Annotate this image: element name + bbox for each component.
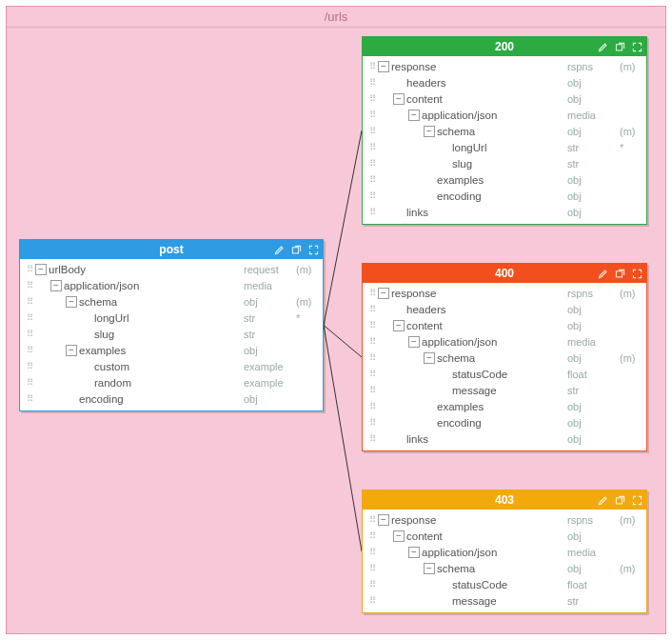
drag-grip-icon[interactable]: ⠿ — [366, 62, 378, 71]
drag-grip-icon[interactable]: ⠿ — [24, 297, 35, 307]
drag-grip-icon[interactable]: ⠿ — [366, 127, 378, 136]
schema-row[interactable]: ⠿examplesobj — [366, 398, 642, 414]
collapse-toggle[interactable]: − — [424, 352, 435, 364]
new-window-icon[interactable] — [614, 494, 625, 506]
schema-row[interactable]: ⠿encodingobj — [366, 188, 642, 204]
schema-row[interactable]: ⠿−responserspns(m) — [366, 58, 642, 74]
drag-grip-icon[interactable]: ⠿ — [366, 191, 378, 201]
schema-row[interactable]: ⠿−contentobj — [366, 317, 642, 333]
drag-grip-icon[interactable]: ⠿ — [366, 402, 378, 411]
drag-grip-icon[interactable]: ⠿ — [366, 321, 378, 330]
node-header[interactable]: 200 — [363, 37, 646, 56]
schema-row[interactable]: ⠿customexample — [24, 358, 319, 374]
collapse-toggle[interactable]: − — [408, 547, 420, 558]
drag-grip-icon[interactable]: ⠿ — [24, 346, 35, 355]
schema-row[interactable]: ⠿linksobj — [366, 430, 642, 447]
collapse-toggle[interactable]: − — [393, 320, 405, 331]
drag-grip-icon[interactable]: ⠿ — [366, 434, 378, 444]
schema-row[interactable]: ⠿−application/jsonmedia — [366, 333, 642, 350]
schema-row[interactable]: ⠿slugstr — [24, 326, 319, 342]
collapse-toggle[interactable]: − — [378, 514, 389, 526]
drag-grip-icon[interactable]: ⠿ — [366, 78, 378, 88]
new-window-icon[interactable] — [290, 244, 302, 255]
schema-row[interactable]: ⠿headersobj — [366, 301, 642, 317]
schema-row[interactable]: ⠿−responserspns(m) — [366, 511, 642, 528]
drag-grip-icon[interactable]: ⠿ — [24, 394, 35, 404]
drag-grip-icon[interactable]: ⠿ — [366, 580, 378, 590]
collapse-toggle[interactable]: − — [424, 563, 435, 574]
collapse-toggle[interactable]: − — [393, 93, 405, 105]
expand-icon[interactable] — [631, 494, 642, 506]
drag-grip-icon[interactable]: ⠿ — [366, 94, 378, 104]
drag-grip-icon[interactable]: ⠿ — [366, 110, 378, 120]
node-post[interactable]: post⠿−urlBodyrequest(m)⠿−application/jso… — [19, 239, 324, 411]
pencil-icon[interactable] — [273, 244, 285, 255]
new-window-icon[interactable] — [614, 268, 625, 279]
collapse-toggle[interactable]: − — [66, 296, 77, 308]
drag-grip-icon[interactable]: ⠿ — [366, 143, 378, 152]
schema-row[interactable]: ⠿encodingobj — [366, 414, 642, 430]
schema-row[interactable]: ⠿examplesobj — [366, 171, 642, 188]
drag-grip-icon[interactable]: ⠿ — [366, 596, 378, 606]
node-header[interactable]: 403 — [363, 490, 646, 510]
drag-grip-icon[interactable]: ⠿ — [366, 305, 378, 314]
schema-row[interactable]: ⠿headersobj — [366, 74, 642, 90]
schema-row[interactable]: ⠿messagestr — [366, 382, 642, 398]
collapse-toggle[interactable]: − — [378, 288, 389, 299]
schema-row[interactable]: ⠿randomexample — [24, 374, 319, 390]
node-c403[interactable]: 403⠿−responserspns(m)⠿−contentobj⠿−appli… — [362, 490, 647, 613]
schema-row[interactable]: ⠿−application/jsonmedia — [366, 107, 642, 123]
collapse-toggle[interactable]: − — [408, 110, 420, 121]
schema-row[interactable]: ⠿−contentobj — [366, 90, 642, 107]
drag-grip-icon[interactable]: ⠿ — [366, 370, 378, 379]
schema-row[interactable]: ⠿statusCodefloat — [366, 576, 642, 592]
drag-grip-icon[interactable]: ⠿ — [24, 265, 35, 274]
schema-row[interactable]: ⠿−application/jsonmedia — [366, 544, 642, 560]
node-header[interactable]: 400 — [363, 264, 646, 283]
collapse-toggle[interactable]: − — [50, 280, 62, 291]
schema-row[interactable]: ⠿−schemaobj(m) — [24, 293, 319, 310]
schema-row[interactable]: ⠿−schemaobj(m) — [366, 560, 642, 576]
node-c200[interactable]: 200⠿−responserspns(m)⠿headersobj⠿−conten… — [362, 36, 647, 225]
drag-grip-icon[interactable]: ⠿ — [24, 281, 35, 290]
drag-grip-icon[interactable]: ⠿ — [24, 313, 35, 323]
schema-row[interactable]: ⠿−examplesobj — [24, 342, 319, 358]
collapse-toggle[interactable]: − — [66, 345, 77, 356]
drag-grip-icon[interactable]: ⠿ — [24, 330, 35, 339]
expand-icon[interactable] — [631, 268, 642, 279]
schema-row[interactable]: ⠿−schemaobj(m) — [366, 350, 642, 366]
schema-row[interactable]: ⠿−schemaobj(m) — [366, 123, 642, 139]
expand-icon[interactable] — [307, 244, 319, 255]
drag-grip-icon[interactable]: ⠿ — [24, 362, 35, 371]
drag-grip-icon[interactable]: ⠿ — [366, 208, 378, 217]
schema-row[interactable]: ⠿encodingobj — [24, 390, 319, 407]
schema-row[interactable]: ⠿slugstr — [366, 155, 642, 171]
node-header[interactable]: post — [20, 240, 323, 259]
schema-row[interactable]: ⠿−contentobj — [366, 528, 642, 544]
expand-icon[interactable] — [631, 41, 642, 52]
drag-grip-icon[interactable]: ⠿ — [366, 548, 378, 557]
drag-grip-icon[interactable]: ⠿ — [24, 378, 35, 388]
pencil-icon[interactable] — [597, 494, 608, 506]
collapse-toggle[interactable]: − — [378, 61, 389, 72]
drag-grip-icon[interactable]: ⠿ — [366, 531, 378, 541]
schema-row[interactable]: ⠿longUrlstr* — [24, 310, 319, 326]
pencil-icon[interactable] — [597, 41, 608, 52]
drag-grip-icon[interactable]: ⠿ — [366, 515, 378, 525]
schema-row[interactable]: ⠿−application/jsonmedia — [24, 277, 319, 293]
schema-row[interactable]: ⠿−responserspns(m) — [366, 285, 642, 301]
collapse-toggle[interactable]: − — [408, 336, 420, 348]
collapse-toggle[interactable]: − — [35, 264, 47, 275]
schema-row[interactable]: ⠿−urlBodyrequest(m) — [24, 261, 319, 277]
drag-grip-icon[interactable]: ⠿ — [366, 175, 378, 185]
schema-row[interactable]: ⠿longUrlstr* — [366, 139, 642, 155]
schema-row[interactable]: ⠿statusCodefloat — [366, 366, 642, 382]
drag-grip-icon[interactable]: ⠿ — [366, 418, 378, 428]
drag-grip-icon[interactable]: ⠿ — [366, 353, 378, 363]
drag-grip-icon[interactable]: ⠿ — [366, 289, 378, 298]
drag-grip-icon[interactable]: ⠿ — [366, 337, 378, 347]
new-window-icon[interactable] — [614, 41, 625, 52]
drag-grip-icon[interactable]: ⠿ — [366, 386, 378, 395]
schema-row[interactable]: ⠿linksobj — [366, 204, 642, 220]
drag-grip-icon[interactable]: ⠿ — [366, 564, 378, 573]
